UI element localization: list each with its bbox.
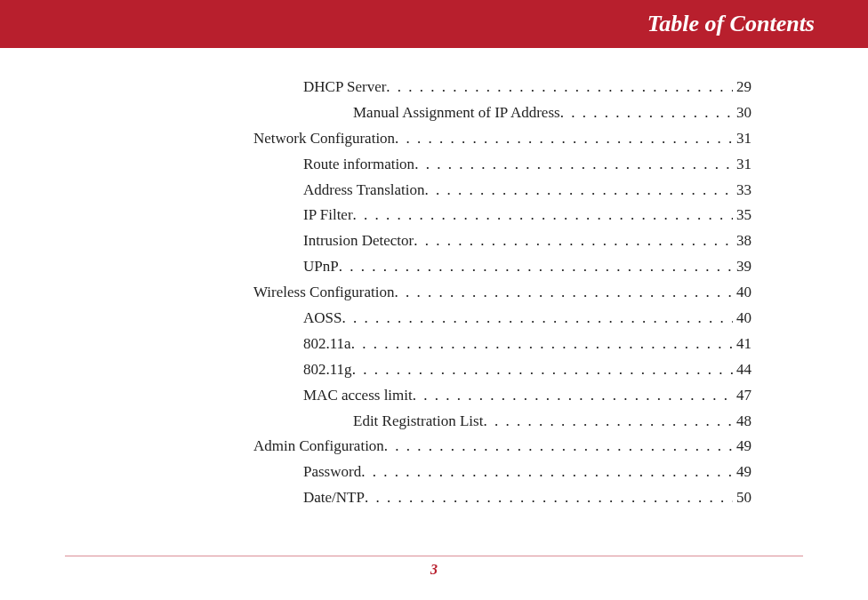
- toc-row: 802.11a41: [253, 332, 751, 357]
- toc-row: Route information31: [253, 152, 751, 178]
- toc-row: Intrusion Detector38: [253, 228, 751, 254]
- toc-leader-dots: [414, 152, 733, 178]
- toc-leader-dots: [352, 357, 733, 383]
- page-title: Table of Contents: [647, 11, 815, 37]
- toc-leader-dots: [386, 75, 733, 100]
- toc-entry-page: 47: [733, 383, 751, 409]
- toc-entry-title: Password: [303, 460, 361, 485]
- toc-entry-page: 33: [733, 178, 751, 204]
- toc-entry-page: 31: [733, 126, 751, 152]
- toc-leader-dots: [365, 485, 733, 511]
- footer-divider: [65, 556, 803, 556]
- page-number: 3: [430, 562, 438, 577]
- toc-entry-page: 50: [733, 485, 751, 511]
- toc-leader-dots: [413, 383, 733, 409]
- toc-entry-title: UPnP: [303, 254, 339, 280]
- document-page: Table of Contents DHCP Server29Manual As…: [0, 0, 868, 600]
- toc-entry-title: 802.11g: [303, 357, 352, 383]
- toc-row: IP Filter35: [253, 203, 751, 228]
- toc-entry-title: Network Configuration: [253, 126, 395, 152]
- toc-row: MAC access limit47: [253, 383, 751, 409]
- toc-entry-page: 44: [733, 357, 751, 383]
- toc-row: Admin Configuration49: [253, 434, 751, 460]
- toc-entry-page: 38: [733, 228, 751, 254]
- toc-entry-title: Wireless Configuration: [253, 280, 394, 306]
- toc-entry-page: 31: [733, 152, 751, 178]
- toc-row: Edit Registration List48: [253, 409, 751, 435]
- toc-entry-page: 40: [733, 306, 751, 332]
- toc-row: 802.11g44: [253, 357, 751, 383]
- toc-entry-title: AOSS: [303, 306, 342, 332]
- toc-leader-dots: [384, 434, 733, 460]
- toc-row: DHCP Server29: [253, 75, 751, 100]
- toc-entry-page: 40: [733, 280, 751, 306]
- toc-leader-dots: [342, 306, 733, 332]
- toc-entry-page: 29: [733, 75, 751, 100]
- toc-entry-page: 48: [733, 409, 751, 435]
- table-of-contents: DHCP Server29Manual Assignment of IP Add…: [253, 75, 751, 511]
- toc-row: Password49: [253, 460, 751, 485]
- toc-entry-title: 802.11a: [303, 332, 351, 357]
- toc-leader-dots: [560, 100, 733, 126]
- toc-entry-title: Date/NTP: [303, 485, 365, 511]
- toc-leader-dots: [339, 254, 733, 280]
- toc-entry-title: Address Translation: [303, 178, 424, 204]
- toc-entry-title: Edit Registration List: [353, 409, 483, 435]
- toc-leader-dots: [395, 126, 733, 152]
- header-bar: Table of Contents: [0, 0, 868, 48]
- toc-leader-dots: [414, 228, 733, 254]
- toc-row: Wireless Configuration40: [253, 280, 751, 306]
- toc-entry-title: Intrusion Detector: [303, 228, 414, 254]
- toc-entry-title: IP Filter: [303, 203, 353, 228]
- toc-entry-page: 49: [733, 460, 751, 485]
- toc-entry-title: Route information: [303, 152, 414, 178]
- toc-row: Date/NTP50: [253, 485, 751, 511]
- toc-entry-title: MAC access limit: [303, 383, 413, 409]
- toc-row: Address Translation33: [253, 178, 751, 204]
- toc-row: Network Configuration31: [253, 126, 751, 152]
- toc-entry-title: Manual Assignment of IP Address: [353, 100, 560, 126]
- toc-leader-dots: [424, 178, 733, 204]
- toc-entry-page: 30: [733, 100, 751, 126]
- toc-leader-dots: [394, 280, 733, 306]
- toc-entry-title: DHCP Server: [303, 75, 386, 100]
- footer: 3: [0, 556, 868, 578]
- toc-entry-title: Admin Configuration: [253, 434, 384, 460]
- toc-entry-page: 49: [733, 434, 751, 460]
- toc-entry-page: 39: [733, 254, 751, 280]
- toc-leader-dots: [361, 460, 733, 485]
- toc-row: AOSS40: [253, 306, 751, 332]
- toc-entry-page: 41: [733, 332, 751, 357]
- toc-leader-dots: [353, 203, 733, 228]
- toc-leader-dots: [351, 332, 733, 357]
- toc-entry-page: 35: [733, 203, 751, 228]
- toc-row: Manual Assignment of IP Address30: [253, 100, 751, 126]
- toc-leader-dots: [483, 409, 733, 435]
- toc-row: UPnP39: [253, 254, 751, 280]
